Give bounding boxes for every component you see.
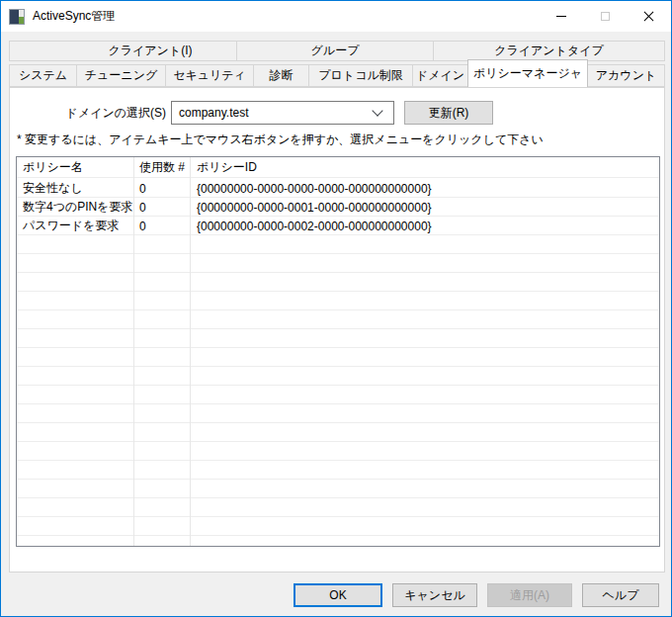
policy-id-cell: {00000000-0000-0002-0000-000000000000} (190, 220, 659, 233)
usage-count-cell: 0 (133, 182, 190, 196)
cancel-button[interactable]: キャンセル (392, 583, 477, 607)
tab-groups[interactable]: グループ (236, 41, 434, 61)
policy-row[interactable]: パスワードを要求 0 {00000000-0000-0002-0000-0000… (17, 217, 659, 235)
column-divider (133, 157, 134, 546)
policy-name-cell: パスワードを要求 (17, 218, 133, 234)
column-header-policy-id[interactable]: ポリシーID (190, 159, 659, 176)
usage-count-cell: 0 (133, 220, 190, 233)
policy-row[interactable]: 数字4つのPINを要求 0 {00000000-0000-0001-0000-0… (17, 198, 659, 217)
domain-select-label: ドメインの選択(S) (10, 101, 166, 125)
close-icon (643, 11, 654, 22)
policy-row[interactable]: 安全性なし 0 {00000000-0000-0000-0000-0000000… (17, 179, 659, 198)
title-bar: ActiveSync管理 (1, 1, 671, 32)
activesync-management-dialog: ActiveSync管理 クライアント(I) グループ クライアントタイプ シス… (0, 0, 672, 617)
column-header-usage-count[interactable]: 使用数 # (133, 159, 190, 176)
tab-clients[interactable]: クライアント(I) (9, 41, 237, 61)
tab-policy-manager[interactable]: ポリシーマネージャ (467, 59, 588, 87)
policy-id-cell: {00000000-0000-0000-0000-000000000000} (190, 182, 659, 196)
tab-row-lower: システム チューニング セキュリティ 診断 プロトコル制限 ドメイン ポリシーマ… (9, 60, 665, 87)
domain-select-value: company.test (172, 106, 374, 120)
refresh-button[interactable]: 更新(R) (404, 101, 493, 125)
instruction-note: * 変更するには、アイテムキー上でマウス右ボタンを押すか、選択メニューをクリック… (17, 132, 544, 148)
app-icon (9, 9, 25, 25)
domain-select-dropdown[interactable]: company.test (171, 101, 394, 125)
column-divider (190, 157, 191, 546)
maximize-button (583, 1, 627, 31)
help-button[interactable]: ヘルプ (582, 583, 659, 607)
column-header-policy-name[interactable]: ポリシー名 (17, 159, 133, 176)
close-button[interactable] (627, 1, 670, 31)
apply-button: 適用(A) (487, 583, 572, 607)
window-title: ActiveSync管理 (33, 8, 115, 25)
ok-button[interactable]: OK (294, 583, 382, 607)
policy-name-cell: 数字4つのPINを要求 (17, 199, 133, 216)
listview-body: 安全性なし 0 {00000000-0000-0000-0000-0000000… (17, 179, 659, 546)
tab-accounts[interactable]: アカウント (587, 64, 665, 87)
tab-client-types[interactable]: クライアントタイプ (433, 41, 665, 61)
tab-security[interactable]: セキュリティ (165, 64, 254, 87)
tab-protocol-limits[interactable]: プロトコル制限 (308, 64, 413, 87)
tab-row-upper: クライアント(I) グループ クライアントタイプ (9, 41, 665, 61)
usage-count-cell: 0 (133, 201, 190, 215)
policy-id-cell: {00000000-0000-0001-0000-000000000000} (190, 201, 659, 215)
tab-system[interactable]: システム (9, 64, 77, 87)
tab-tuning[interactable]: チューニング (76, 64, 166, 87)
minimize-button[interactable] (540, 1, 583, 31)
policy-manager-panel: ドメインの選択(S) company.test 更新(R) * 変更するには、ア… (9, 87, 665, 573)
minimize-icon (556, 16, 566, 17)
tab-diagnostics[interactable]: 診断 (253, 64, 309, 87)
listview-header: ポリシー名 使用数 # ポリシーID (17, 157, 659, 178)
chevron-down-icon (372, 105, 382, 116)
caption-buttons (540, 1, 670, 31)
policy-name-cell: 安全性なし (17, 180, 133, 197)
tab-domain[interactable]: ドメイン (412, 64, 468, 87)
policy-listview: ポリシー名 使用数 # ポリシーID 安全性なし 0 {00000000-000… (16, 156, 660, 547)
maximize-icon (601, 12, 610, 21)
